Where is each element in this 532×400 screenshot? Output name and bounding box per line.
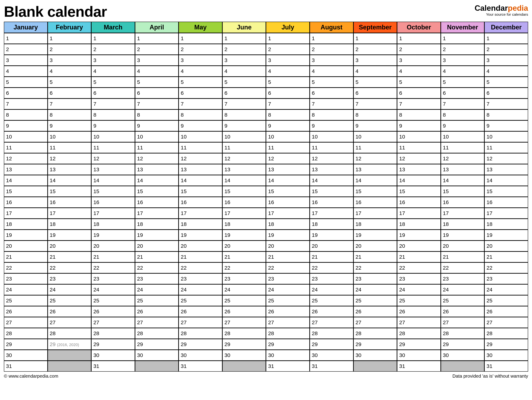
day-cell: 9 (222, 120, 266, 131)
day-cell: 21 (354, 252, 397, 262)
day-cell: 29 (178, 339, 222, 350)
day-cell: 13 (441, 164, 485, 175)
day-cell: 28 (178, 328, 222, 339)
day-cell: 28 (441, 328, 485, 339)
day-cell: 2 (310, 44, 354, 55)
day-row: 333333333333 (4, 55, 528, 66)
day-cell: 25 (266, 295, 310, 306)
day-cell: 14 (484, 175, 528, 186)
day-cell: 12 (91, 153, 135, 164)
day-cell: 30 (222, 350, 266, 361)
day-cell: 20 (135, 240, 179, 252)
day-row: 101010101010101010101010 (4, 131, 528, 142)
day-row: 111111111111111111111111 (4, 142, 528, 153)
day-cell: 1 (397, 33, 441, 44)
day-cell: 17 (441, 208, 485, 219)
day-cell: 7 (48, 98, 91, 109)
day-row: 888888888888 (4, 109, 528, 120)
day-cell: 5 (266, 77, 310, 88)
day-cell: 14 (48, 175, 91, 186)
day-cell: 13 (4, 164, 48, 175)
day-cell: 8 (135, 109, 179, 120)
day-cell: 14 (266, 175, 310, 186)
day-cell: 24 (135, 284, 179, 295)
day-cell: 17 (266, 208, 310, 219)
day-cell: 27 (135, 317, 179, 328)
day-cell: 2 (135, 44, 179, 55)
day-cell (48, 350, 91, 361)
day-cell: 31 (4, 361, 48, 372)
day-cell (135, 361, 179, 372)
day-cell: 11 (4, 142, 48, 153)
day-cell: 11 (397, 142, 441, 153)
day-cell: 3 (178, 55, 222, 66)
day-cell: 8 (91, 109, 135, 120)
day-cell: 18 (4, 219, 48, 230)
day-cell: 16 (266, 197, 310, 208)
day-cell: 14 (135, 175, 179, 186)
day-cell: 7 (222, 98, 266, 109)
day-cell: 20 (397, 240, 441, 252)
day-cell: 13 (266, 164, 310, 175)
day-row: 191919191919191919191919 (4, 230, 528, 240)
day-cell: 27 (266, 317, 310, 328)
day-cell: 7 (484, 98, 528, 109)
day-cell: 31 (178, 361, 222, 372)
day-cell: 17 (397, 208, 441, 219)
day-cell: 11 (266, 142, 310, 153)
day-cell: 10 (266, 131, 310, 142)
day-row: 121212121212121212121212 (4, 153, 528, 164)
day-cell: 22 (397, 262, 441, 273)
day-cell: 23 (354, 273, 397, 284)
month-header-april: April (135, 22, 179, 33)
day-cell: 27 (48, 317, 91, 328)
day-cell: 12 (178, 153, 222, 164)
day-cell: 5 (135, 77, 179, 88)
page-title: Blank calendar (4, 3, 107, 20)
day-cell: 19 (222, 230, 266, 240)
day-cell: 27 (484, 317, 528, 328)
day-cell: 2 (91, 44, 135, 55)
day-row: 171717171717171717171717 (4, 208, 528, 219)
brand-prefix: Calendar (475, 4, 508, 12)
day-cell: 12 (266, 153, 310, 164)
day-row: 181818181818181818181818 (4, 219, 528, 230)
day-cell: 30 (484, 350, 528, 361)
month-header-november: November (441, 22, 485, 33)
day-cell: 23 (266, 273, 310, 284)
day-cell: 15 (441, 186, 485, 197)
day-cell: 10 (135, 131, 179, 142)
day-cell: 1 (91, 33, 135, 44)
day-cell (354, 361, 397, 372)
day-cell: 20 (48, 240, 91, 252)
day-cell: 13 (484, 164, 528, 175)
day-cell: 14 (91, 175, 135, 186)
day-cell: 19 (441, 230, 485, 240)
day-cell: 15 (4, 186, 48, 197)
day-cell: 19 (484, 230, 528, 240)
day-cell: 26 (48, 306, 91, 317)
day-cell: 5 (441, 77, 485, 88)
day-cell: 30 (397, 350, 441, 361)
day-cell: 4 (222, 66, 266, 77)
day-cell: 8 (441, 109, 485, 120)
day-cell: 14 (397, 175, 441, 186)
footer-right: Data provided 'as is' without warranty (452, 373, 528, 379)
day-cell: 17 (4, 208, 48, 219)
day-cell: 5 (4, 77, 48, 88)
day-cell: 18 (178, 219, 222, 230)
month-header-august: August (310, 22, 354, 33)
day-cell: 18 (397, 219, 441, 230)
day-cell: 21 (4, 252, 48, 262)
day-cell: 26 (397, 306, 441, 317)
day-cell: 20 (4, 240, 48, 252)
day-cell: 23 (178, 273, 222, 284)
day-cell: 27 (354, 317, 397, 328)
day-cell: 25 (48, 295, 91, 306)
day-cell: 21 (48, 252, 91, 262)
day-cell: 28 (4, 328, 48, 339)
day-cell: 27 (222, 317, 266, 328)
day-cell: 30 (178, 350, 222, 361)
day-cell: 14 (310, 175, 354, 186)
day-cell: 7 (441, 98, 485, 109)
